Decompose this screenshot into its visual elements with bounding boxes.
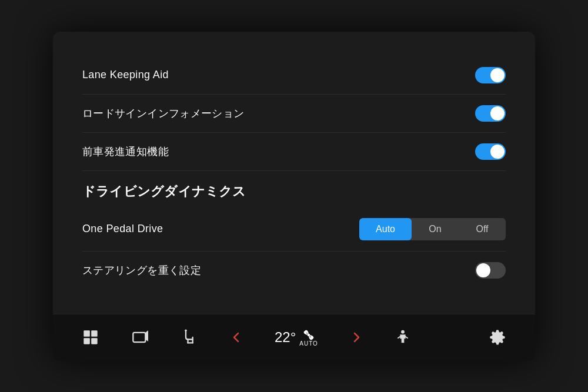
lane-keeping-aid-label: Lane Keeping Aid (82, 69, 169, 81)
section-title: ドライビングダイナミクス (82, 184, 246, 199)
settings-button[interactable] (489, 329, 506, 346)
one-pedal-drive-label: One Pedal Drive (82, 223, 163, 235)
front-car-notification-toggle[interactable] (475, 143, 506, 160)
toggle-knob (490, 145, 505, 159)
steering-row: ステアリングを重く設定 (82, 252, 506, 289)
segment-auto-button[interactable]: Auto (359, 218, 412, 240)
road-sign-info-row: ロードサインインフォメーション (82, 95, 506, 133)
home-grid-button[interactable] (82, 329, 99, 346)
fan-icon-group: AUTO (299, 329, 318, 347)
temp-increase-button[interactable] (351, 332, 362, 343)
toggle-knob (490, 68, 505, 82)
one-pedal-drive-row: One Pedal Drive Auto On Off (82, 207, 506, 252)
segment-on-button[interactable]: On (412, 218, 459, 240)
road-sign-info-toggle[interactable] (475, 105, 506, 122)
car-screen: Lane Keeping Aid ロードサインインフォメーション 前車発進通知機… (53, 32, 535, 361)
driving-dynamics-section: ドライビングダイナミクス (82, 171, 506, 207)
svg-rect-0 (83, 330, 90, 337)
lane-keeping-aid-toggle[interactable] (475, 67, 506, 83)
front-car-notification-row: 前車発進通知機能 (82, 133, 506, 171)
svg-rect-4 (133, 333, 146, 342)
child-seat-button[interactable] (395, 329, 411, 346)
chevron-right-icon (351, 332, 362, 343)
temperature-display: 22° (275, 329, 296, 346)
climate-auto-label: AUTO (299, 340, 318, 347)
front-car-notification-label: 前車発進通知機能 (82, 145, 169, 159)
camera-icon (132, 329, 148, 346)
toggle-knob (476, 263, 490, 277)
toggle-knob (490, 106, 505, 120)
road-sign-info-label: ロードサインインフォメーション (82, 106, 244, 120)
seat-icon (182, 329, 198, 346)
climate-control: 22° AUTO (275, 329, 318, 347)
svg-rect-2 (83, 338, 90, 344)
svg-point-7 (308, 333, 310, 336)
steering-toggle[interactable] (475, 262, 506, 279)
svg-rect-1 (91, 330, 98, 337)
seat-button[interactable] (182, 329, 198, 346)
svg-rect-3 (91, 338, 98, 344)
child-seat-icon (395, 329, 411, 346)
one-pedal-drive-segment: Auto On Off (359, 218, 506, 240)
camera-button[interactable] (132, 329, 148, 346)
segment-off-button[interactable]: Off (459, 218, 506, 240)
gear-icon (489, 329, 506, 346)
steering-label: ステアリングを重く設定 (82, 263, 201, 277)
temperature-value: 22° (275, 329, 296, 346)
grid-icon (82, 329, 99, 346)
temp-decrease-button[interactable] (231, 332, 242, 343)
settings-content: Lane Keeping Aid ロードサインインフォメーション 前車発進通知機… (53, 32, 535, 314)
lane-keeping-aid-row: Lane Keeping Aid (82, 56, 506, 95)
svg-point-6 (185, 330, 187, 332)
chevron-left-icon (231, 332, 242, 343)
fan-icon (302, 329, 315, 341)
svg-point-8 (401, 330, 405, 334)
bottom-bar: 22° AUTO (53, 314, 535, 361)
